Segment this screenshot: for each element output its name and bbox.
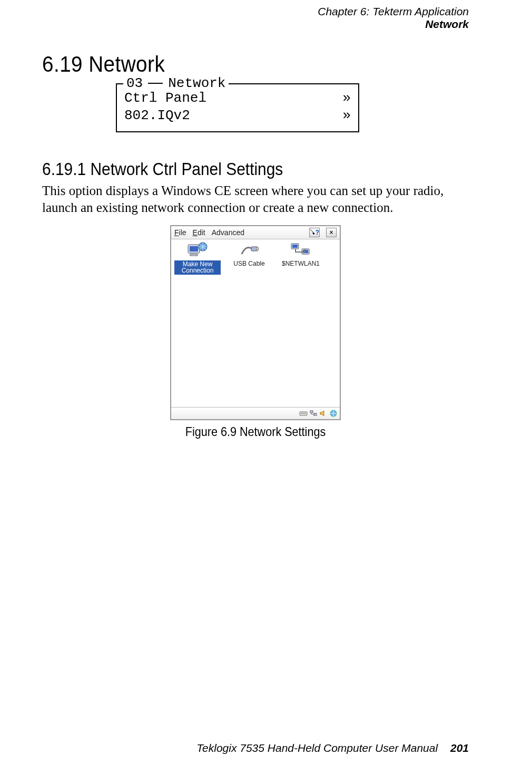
header-chapter: Chapter 6: Tekterm Application xyxy=(42,5,469,18)
terminal-row[interactable]: Ctrl Panel » xyxy=(124,90,351,107)
menu-file[interactable]: File xyxy=(174,228,186,237)
connection-item-make-new[interactable]: Make New Connection xyxy=(174,241,221,275)
svg-rect-5 xyxy=(257,248,259,250)
close-icon[interactable]: × xyxy=(326,228,337,237)
terminal-legend-number: 03 xyxy=(126,75,143,91)
tray-volume-icon[interactable] xyxy=(319,409,328,418)
tray-connection-icon[interactable] xyxy=(329,409,338,418)
figure-caption: Figure 6.9 Network Settings xyxy=(64,424,448,439)
header-section: Network xyxy=(42,18,469,31)
terminal-row[interactable]: 802.IQv2 » xyxy=(124,107,351,124)
page-footer: Teklogix 7535 Hand-Held Computer User Ma… xyxy=(196,742,469,754)
connection-item-netwlan[interactable]: $NETWLAN1 xyxy=(278,241,324,267)
item-caption: $NETWLAN1 xyxy=(278,260,324,267)
usb-cable-icon xyxy=(239,241,260,259)
terminal-legend-word: Network xyxy=(168,75,225,91)
globe-computer-icon xyxy=(187,241,208,259)
tray-network-icon[interactable] xyxy=(309,409,318,418)
wince-window: File Edit Advanced ? × xyxy=(170,225,341,420)
svg-rect-1 xyxy=(190,246,198,251)
terminal-menu-box: 03 Network Ctrl Panel » 802.IQv2 » xyxy=(116,83,359,132)
body-paragraph: This option displays a Windows CE screen… xyxy=(42,182,469,216)
item-caption: Make New Connection xyxy=(174,260,221,275)
footer-page-number: 201 xyxy=(450,742,469,754)
help-icon[interactable]: ? xyxy=(309,228,320,237)
connection-item-usb[interactable]: USB Cable xyxy=(226,241,272,267)
footer-book-title: Teklogix 7535 Hand-Held Computer User Ma… xyxy=(196,742,438,754)
terminal-row-label: 802.IQv2 xyxy=(124,107,190,124)
chevron-right-icon: » xyxy=(342,90,351,107)
section-heading: 6.19 Network xyxy=(42,52,435,77)
tray-keyboard-icon[interactable] xyxy=(299,409,308,418)
task-bar xyxy=(171,407,340,419)
svg-rect-12 xyxy=(310,411,313,413)
terminal-legend: 03 Network xyxy=(123,75,229,91)
menu-edit[interactable]: Edit xyxy=(193,228,205,237)
chevron-right-icon: » xyxy=(342,107,351,124)
menu-bar: File Edit Advanced ? × xyxy=(171,226,340,239)
svg-rect-2 xyxy=(190,254,198,256)
network-computers-icon xyxy=(290,241,311,259)
menu-advanced[interactable]: Advanced xyxy=(212,228,244,237)
legend-rule-icon xyxy=(148,83,163,84)
window-body: Make New Connection USB Cable xyxy=(171,239,340,407)
terminal-row-label: Ctrl Panel xyxy=(124,90,206,107)
svg-rect-7 xyxy=(292,245,298,248)
page-header: Chapter 6: Tekterm Application Network xyxy=(42,0,469,31)
subsection-heading: 6.19.1 Network Ctrl Panel Settings xyxy=(42,159,418,179)
item-caption: USB Cable xyxy=(226,260,272,267)
figure: File Edit Advanced ? × xyxy=(42,225,469,439)
